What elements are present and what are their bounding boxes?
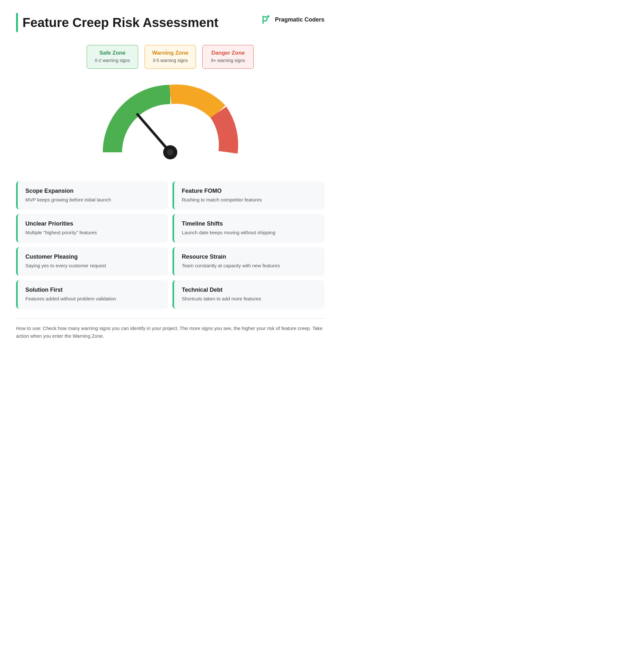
sign-title: Resource Strain (182, 253, 318, 260)
sign-title: Solution First (25, 287, 162, 293)
footer-note: How to use: Check how many warning signs… (16, 318, 324, 340)
sign-title: Timeline Shifts (182, 220, 318, 227)
legend-danger-zone: Danger Zone 6+ warning signs (202, 45, 254, 69)
legend-warning-zone: Warning Zone 3-5 warning signs (144, 45, 196, 69)
legend-warning-subtitle: 3-5 warning signs (152, 58, 188, 64)
page-header: Feature Creep Risk Assessment Pragmatic … (16, 13, 324, 32)
title-accent-bar (16, 13, 18, 32)
sign-unclear-priorities: Unclear Priorities Multiple "highest pri… (16, 214, 168, 243)
legend-section: Safe Zone 0-2 warning signs Warning Zone… (16, 45, 324, 69)
sign-timeline-shifts: Timeline Shifts Launch date keeps moving… (172, 214, 324, 243)
title-wrapper: Feature Creep Risk Assessment (16, 13, 218, 32)
sign-title: Customer Pleasing (25, 253, 162, 260)
sign-desc: Shortcuts taken to add more features (182, 295, 318, 302)
legend-danger-subtitle: 6+ warning signs (210, 58, 246, 64)
sign-resource-strain: Resource Strain Team constantly at capac… (172, 247, 324, 276)
gauge-section (16, 78, 324, 168)
legend-safe-title: Safe Zone (94, 50, 131, 56)
sign-feature-fomo: Feature FOMO Rushing to match competitor… (172, 181, 324, 210)
sign-title: Unclear Priorities (25, 220, 162, 227)
svg-point-0 (267, 16, 270, 18)
sign-technical-debt: Technical Debt Shortcuts taken to add mo… (172, 280, 324, 309)
legend-danger-title: Danger Zone (210, 50, 246, 56)
sign-solution-first: Solution First Features added without pr… (16, 280, 168, 309)
sign-desc: MVP keeps growing before initial launch (25, 196, 162, 203)
legend-safe-zone: Safe Zone 0-2 warning signs (87, 45, 138, 69)
logo-text: Pragmatic Coders (275, 16, 324, 23)
sign-title: Scope Expansion (25, 188, 162, 195)
legend-safe-subtitle: 0-2 warning signs (94, 58, 131, 64)
sign-desc: Multiple "highest priority" features (25, 229, 162, 236)
gauge-chart (93, 78, 247, 168)
svg-point-4 (167, 149, 174, 156)
pragmatic-coders-logo-icon (260, 14, 272, 26)
warning-signs-grid: Scope Expansion MVP keeps growing before… (16, 181, 324, 309)
sign-desc: Team constantly at capacity with new fea… (182, 262, 318, 269)
logo: Pragmatic Coders (260, 14, 324, 26)
page-title: Feature Creep Risk Assessment (22, 15, 218, 30)
logo-text-normal: Pragmatic (275, 16, 304, 23)
sign-customer-pleasing: Customer Pleasing Saying yes to every cu… (16, 247, 168, 276)
sign-desc: Features added without problem validatio… (25, 295, 162, 302)
legend-warning-title: Warning Zone (152, 50, 188, 56)
sign-desc: Rushing to match competitor features (182, 196, 318, 203)
sign-scope-expansion: Scope Expansion MVP keeps growing before… (16, 181, 168, 210)
sign-desc: Saying yes to every customer request (25, 262, 162, 269)
sign-title: Technical Debt (182, 287, 318, 293)
sign-title: Feature FOMO (182, 188, 318, 195)
logo-text-bold: Coders (304, 16, 324, 23)
sign-desc: Launch date keeps moving without shippin… (182, 229, 318, 236)
